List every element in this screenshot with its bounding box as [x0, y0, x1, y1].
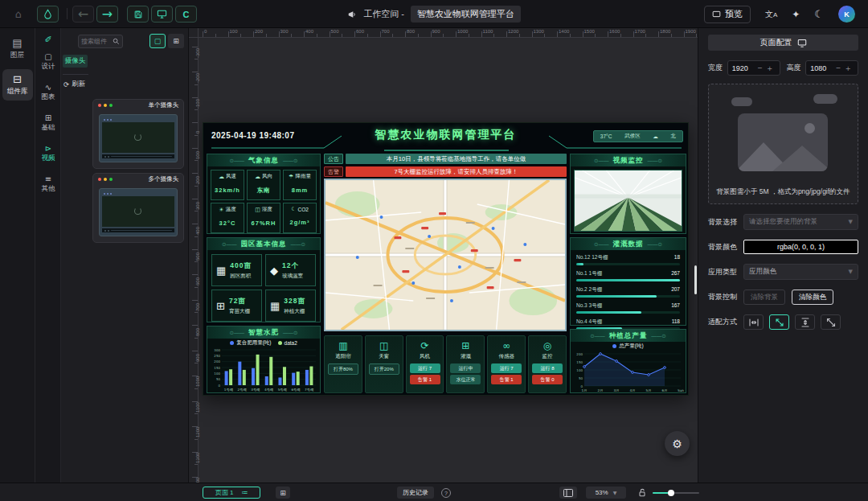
- pointer-tool-icon[interactable]: ✐: [35, 35, 61, 45]
- canvas-scrollbar[interactable]: [694, 265, 697, 294]
- component-card[interactable]: 多个摄像头: [92, 173, 184, 243]
- translate-icon[interactable]: 文A: [765, 9, 777, 20]
- help-icon[interactable]: ?: [441, 488, 451, 498]
- device-card-天窗[interactable]: ◫天窗打开20%: [365, 335, 403, 393]
- height-input[interactable]: [810, 64, 834, 72]
- window-dots-icon: [98, 178, 113, 181]
- irrigation-value: 267: [671, 270, 680, 277]
- fit-stretch-icon: [825, 317, 837, 328]
- weather-info-panel[interactable]: ⊙——气象信息——⊙ ☁风速32km/h☁风向东南☂降雨量8mm☀温度32°C◫…: [207, 154, 321, 234]
- wind-direction-icon: ☁: [255, 174, 260, 180]
- height-minus-button[interactable]: −: [834, 64, 842, 72]
- user-avatar[interactable]: K: [838, 6, 855, 23]
- clear-color-button[interactable]: 清除颜色: [792, 290, 833, 305]
- width-minus-button[interactable]: −: [756, 64, 764, 72]
- fit-stretch-button[interactable]: [821, 314, 841, 330]
- width-input[interactable]: [732, 64, 756, 72]
- alert-bar[interactable]: 告警 7号大棚监控运行故障，请安排人员排查故障！: [324, 166, 567, 177]
- editor-canvas[interactable]: 0100200300400500600700800900100011001200…: [189, 28, 698, 483]
- lock-toggle[interactable]: [637, 487, 648, 499]
- production-panel[interactable]: ⊙——种植总产量——⊙ 总产量(吨) 0501001502001月2月3月4月5…: [570, 329, 686, 393]
- category-图表[interactable]: ∿图表: [35, 83, 61, 102]
- device-card-灌溉[interactable]: ⊞灌溉运行中水位正常: [446, 335, 485, 393]
- height-stepper: − ＋: [805, 60, 858, 76]
- weather-card: ☁风速32km/h: [211, 170, 244, 200]
- device-status-badge: 打开80%: [328, 363, 358, 375]
- history-button[interactable]: 历史记录: [397, 487, 434, 499]
- category-基础[interactable]: ⊞基础: [35, 113, 61, 133]
- svg-text:100: 100: [214, 372, 220, 376]
- weather-card-value: 32°C: [213, 220, 242, 227]
- slider-knob[interactable]: [668, 490, 674, 496]
- magic-wand-icon[interactable]: ✦: [792, 9, 800, 20]
- group-divider: [63, 74, 88, 75]
- add-page-button[interactable]: ⊞: [276, 487, 290, 499]
- layout-icon: [563, 489, 573, 497]
- group-camera-tab[interactable]: 摄像头: [63, 55, 88, 68]
- category-icon: ▢: [35, 52, 61, 61]
- category-设计[interactable]: ▢设计: [35, 52, 61, 72]
- loading-spinner-icon: [134, 133, 141, 141]
- component-library-panel: ▢ ⊞ 摄像头 ⟳ 刷新 单个摄像头多个摄像头: [61, 28, 189, 483]
- fit-width-button[interactable]: [743, 314, 764, 330]
- notice-text: 本月10日，县领导将莅临基地指导工作，请各单位做: [346, 154, 567, 164]
- page-menu-icon: ≔: [241, 489, 248, 496]
- rail-item-components[interactable]: ⊟组件库: [2, 69, 33, 101]
- irrigation-label: No.3 3号棚: [576, 302, 602, 310]
- category-视频[interactable]: ⊳视频: [35, 144, 61, 163]
- device-name: 天窗: [366, 353, 403, 360]
- device-card-遮阳帘[interactable]: ▥遮阳帘打开80%: [324, 335, 362, 393]
- clear-background-button[interactable]: 清除背景: [743, 290, 785, 305]
- width-plus-button[interactable]: ＋: [764, 63, 776, 74]
- svg-text:150: 150: [214, 366, 220, 370]
- device-status-badge: 运行中: [450, 363, 481, 373]
- panel-layout-toggle[interactable]: [559, 487, 577, 499]
- fit-height-button[interactable]: [795, 314, 815, 330]
- panel-title-bar: ⊙——种植总产量——⊙: [571, 330, 686, 342]
- view-grid-toggle[interactable]: ⊞: [168, 34, 184, 48]
- bg-color-field[interactable]: rgba(0, 0, 0, 1): [743, 240, 858, 254]
- svg-text:50: 50: [579, 376, 583, 380]
- fit-auto-button[interactable]: [769, 314, 789, 330]
- device-card-风机[interactable]: ⟳风机运行 7告警 1: [406, 335, 444, 393]
- svg-text:7号棚: 7号棚: [305, 388, 313, 392]
- settings-fab[interactable]: ⚙: [665, 431, 690, 456]
- svg-text:3月: 3月: [614, 388, 620, 392]
- map-widget[interactable]: [324, 179, 567, 331]
- svg-text:3号棚: 3号棚: [251, 388, 260, 392]
- park-info-panel[interactable]: ⊙——园区基本信息——⊙ ▦400亩园区面积◆12个玻璃温室⊞72亩育苗大棚▦3…: [207, 237, 321, 322]
- notice-bar[interactable]: 公告 本月10日，县领导将莅临基地指导工作，请各单位做: [324, 154, 567, 164]
- dashboard-artboard[interactable]: 2025-04-19 19:48:07 智慧农业物联网管理平台 37°C 武侯区…: [203, 122, 689, 396]
- video-feed[interactable]: [574, 170, 682, 232]
- cloud-icon: ☁: [653, 133, 658, 140]
- background-upload-dropzone[interactable]: 背景图需小于 5M ，格式为png/jpg/gif的文件: [708, 84, 858, 204]
- apply-type-dropdown[interactable]: 应用颜色▼: [743, 264, 858, 280]
- page-tab[interactable]: 页面 1≔: [203, 487, 260, 499]
- irrigation-label: No.1 1号棚: [576, 270, 602, 277]
- refresh-button[interactable]: ⟳ 刷新: [63, 80, 85, 89]
- device-card-传感器[interactable]: ∞传感器运行 7告警 1: [487, 335, 526, 393]
- bg-select-dropdown[interactable]: 请选择您要使用的背景▼: [743, 214, 858, 230]
- view-single-toggle[interactable]: ▢: [149, 34, 166, 48]
- lock-icon: [637, 487, 647, 498]
- component-card[interactable]: 单个摄像头: [92, 99, 184, 169]
- zoom-select[interactable]: 53%▼: [586, 487, 626, 499]
- device-card-监控[interactable]: ◎监控运行 8告警 0: [528, 335, 567, 393]
- park-card: ▦400亩园区面积: [211, 254, 262, 286]
- irrigation-panel[interactable]: ⊙——灌溉数据——⊙ No.12 12号棚18No.1 1号棚267No.2 2…: [570, 237, 686, 326]
- category-icon: ∿: [35, 83, 61, 92]
- upload-hint: 背景图需小于 5M ，格式为png/jpg/gif的文件: [709, 187, 858, 197]
- device-status-row: ▥遮阳帘打开80%◫天窗打开20%⟳风机运行 7告警 1⊞灌溉运行中水位正常∞传…: [324, 335, 567, 393]
- project-name[interactable]: 智慧农业物联网管理平台: [411, 6, 521, 23]
- video-panel[interactable]: ⊙——视频监控——⊙: [570, 154, 686, 234]
- zoom-slider[interactable]: [653, 487, 699, 499]
- dark-mode-icon[interactable]: ☾: [814, 8, 824, 20]
- device-status-badge: 告警 1: [491, 375, 522, 384]
- park-card-label: 育苗大棚: [229, 308, 250, 315]
- height-plus-button[interactable]: ＋: [842, 63, 854, 74]
- category-其他[interactable]: ≡其他: [35, 175, 61, 194]
- irrigation-label: No.4 4号棚: [576, 318, 602, 326]
- preview-button[interactable]: 预览: [704, 6, 751, 23]
- rail-item-layers[interactable]: ▤图层: [2, 33, 33, 64]
- fertilizer-panel[interactable]: ⊙——智慧水肥——⊙ 复合肥用量(吨)data2 050100150200250…: [207, 326, 321, 393]
